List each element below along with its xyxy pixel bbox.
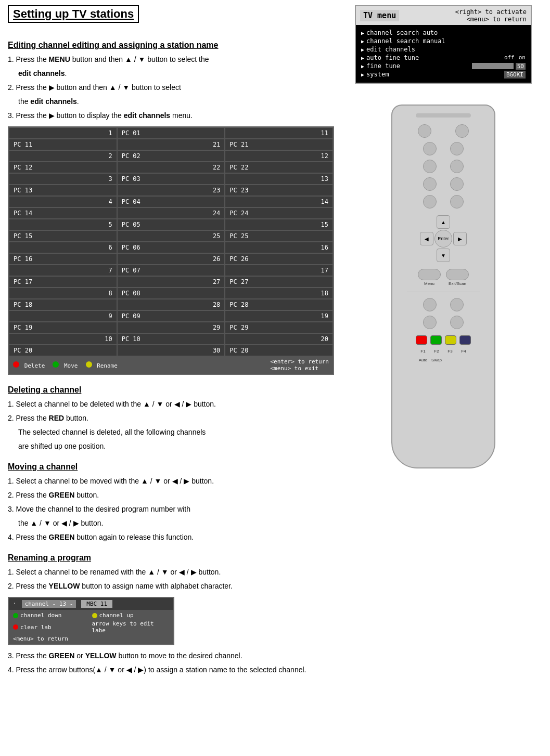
dpad-right[interactable]: ▶ xyxy=(453,232,467,245)
remote-btn-6a[interactable] xyxy=(423,298,437,311)
remote-btn-1a[interactable] xyxy=(418,124,431,138)
tv-menu-title: TV menu xyxy=(360,10,399,21)
tv-menu-item-search-auto: channel search auto xyxy=(361,29,526,36)
grid-cell-num: 26 xyxy=(117,253,225,265)
system-label: system xyxy=(366,71,389,79)
tv-menu-item-system: system BGOKI xyxy=(361,71,526,79)
mov-step-3: 3. Move the channel to the desired progr… xyxy=(8,504,334,515)
remote-btn-2b[interactable] xyxy=(450,142,464,155)
fine-tune-label: fine tune xyxy=(366,62,400,70)
grid-cell-num: 18 xyxy=(225,288,333,299)
green-dot xyxy=(53,361,59,368)
grid-cell-num: 29 xyxy=(117,322,225,333)
f1-label: F1 xyxy=(417,349,429,354)
renaming-section-title: Renaming a program xyxy=(8,553,334,563)
system-badge: BGOKI xyxy=(504,71,526,79)
edit-channels-footer: Delete Move Rename <enter> to return xyxy=(9,356,333,374)
f3-label: F3 xyxy=(444,349,456,354)
remote-row-7 xyxy=(423,316,464,329)
channel-down-label: channel down xyxy=(20,612,61,619)
dpad-enter[interactable]: Enter xyxy=(434,230,452,247)
remote-btn-1b[interactable] xyxy=(455,124,469,138)
tv-menu-item-fine-tune: fine tune 50 xyxy=(361,62,526,70)
grid-cell-num: 2 xyxy=(9,150,117,162)
arrow-keys-label: arrow keys to edit labe xyxy=(92,620,170,634)
exit-scan-oval[interactable] xyxy=(446,269,469,280)
step-2-sub: the edit channels. xyxy=(18,96,334,107)
remote-btn-2a[interactable] xyxy=(423,142,437,155)
dpad-up[interactable]: ▲ xyxy=(437,215,450,229)
grid-cell-name: PC 21 xyxy=(225,139,333,150)
remote-color-row xyxy=(416,335,471,345)
remote-btn-7a[interactable] xyxy=(423,316,437,329)
remote-btn-4a[interactable] xyxy=(423,177,437,191)
rename-box-footer: channel down channel up clear lab arrow … xyxy=(9,610,173,644)
remote-row-4 xyxy=(423,177,464,191)
remote-blue-btn[interactable] xyxy=(459,335,471,345)
grid-cell-num: 5 xyxy=(9,219,117,230)
grid-cell-num: 24 xyxy=(117,207,225,219)
remote-yellow-btn[interactable] xyxy=(445,335,456,345)
grid-cell-num: 25 xyxy=(117,230,225,242)
remote-btn-7b[interactable] xyxy=(450,316,464,329)
remote-btn-3b[interactable] xyxy=(450,160,464,173)
on-label: on xyxy=(519,54,526,61)
remote-btn-5b[interactable] xyxy=(450,195,464,208)
menu-return-item: <menu> to return xyxy=(13,635,169,642)
grid-cell-name: PC 08 xyxy=(117,288,225,299)
rename-channel-name: MBC 11 xyxy=(81,600,112,608)
menu-return-label: <menu> to return xyxy=(13,635,68,642)
grid-cell-name: PC 04 xyxy=(117,196,225,207)
grid-cell-num: 19 xyxy=(225,310,333,322)
enter-label: Enter xyxy=(438,236,449,241)
grid-cell-name: PC 16 xyxy=(9,253,117,265)
red-dot xyxy=(13,361,19,368)
grid-cell-num: 17 xyxy=(225,265,333,276)
menu-oval[interactable] xyxy=(418,269,441,280)
grid-cell-num: 12 xyxy=(225,150,333,162)
remote-btn-6b[interactable] xyxy=(450,298,464,311)
menu-label: Menu xyxy=(424,281,434,286)
rename-box-header: · channel - 13 - MBC 11 xyxy=(9,598,173,610)
grid-cell-num: 15 xyxy=(225,219,333,230)
dpad-left[interactable]: ◀ xyxy=(420,232,433,245)
grid-cell-name: PC 22 xyxy=(225,162,333,173)
rename-btn-indicator: Rename xyxy=(86,361,118,369)
tv-menu-hint: <right> to activate <menu> to return xyxy=(455,8,527,23)
move-label: Move xyxy=(64,362,78,369)
grid-cell-name: PC 29 xyxy=(225,322,333,333)
remote-green-btn[interactable] xyxy=(430,335,442,345)
channel-up-item: channel up xyxy=(92,612,170,619)
grid-cell-num: 6 xyxy=(9,242,117,253)
grid-cell-num: 27 xyxy=(117,276,225,288)
del-step-2-sub2: are shifted up one position. xyxy=(18,441,334,452)
grid-cell-num: 21 xyxy=(117,139,225,150)
rename-label: Rename xyxy=(97,362,118,369)
grid-cell-name: PC 09 xyxy=(117,310,225,322)
grid-cell-num: 1 xyxy=(9,127,117,139)
grid-cell-num: 4 xyxy=(9,196,117,207)
swap-label: Swap xyxy=(431,358,442,362)
channel-down-item: channel down xyxy=(13,612,91,619)
grid-cell-name: PC 07 xyxy=(117,265,225,276)
grid-cell-num: 9 xyxy=(9,310,117,322)
grid-cell-num: 3 xyxy=(9,173,117,185)
grid-cell-num: 14 xyxy=(225,196,333,207)
remote-btn-3a[interactable] xyxy=(423,160,437,173)
remote-btn-4b[interactable] xyxy=(450,177,464,191)
step-1: 1. Press the MENU button and then ▲ / ▼ … xyxy=(8,54,334,65)
grid-cell-name: PC 02 xyxy=(117,150,225,162)
menu-btn[interactable]: Menu xyxy=(418,269,441,286)
f4-fn-label xyxy=(458,358,469,362)
remote-row-3 xyxy=(423,160,464,173)
remote-control: ▲ ▼ ◀ ▶ Enter Menu Exit/S xyxy=(391,105,495,468)
ren-step-4: 4. Press the arrow buttons(▲ / ▼ or ◀ / … xyxy=(8,664,334,675)
yellow-dot2 xyxy=(92,613,97,618)
remote-btn-5a[interactable] xyxy=(423,195,437,208)
rename-dot: · xyxy=(13,600,17,608)
green-dot2 xyxy=(13,613,18,618)
mov-step-2: 2. Press the GREEN button. xyxy=(8,490,334,501)
exit-scan-btn[interactable]: Exit/Scan xyxy=(446,269,469,286)
remote-red-btn[interactable] xyxy=(416,335,427,345)
dpad-down[interactable]: ▼ xyxy=(437,249,450,262)
